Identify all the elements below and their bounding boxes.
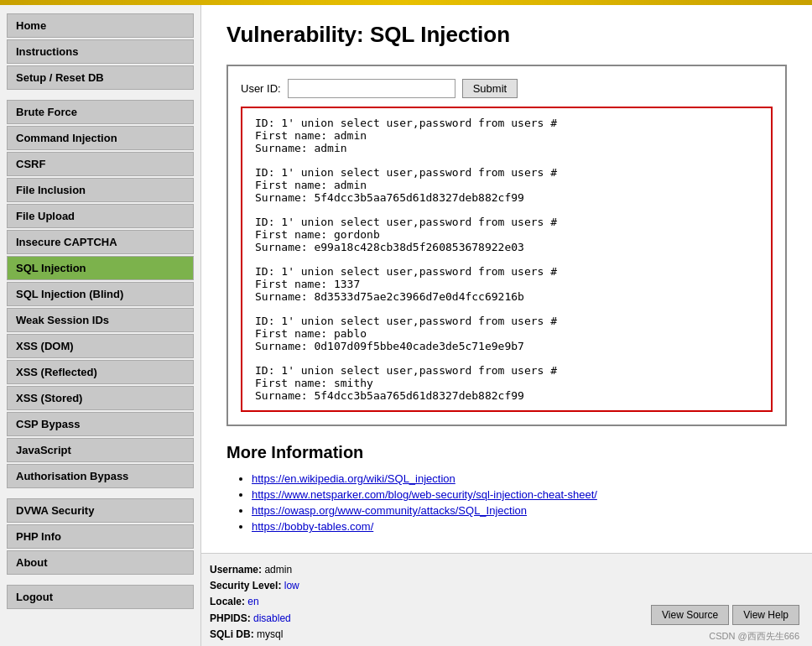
info-link[interactable]: https://owasp.org/www-community/attacks/… [252,504,527,517]
view-help-button[interactable]: View Help [732,605,799,625]
submit-button[interactable]: Submit [462,79,518,98]
sidebar-item-xss-reflected[interactable]: XSS (Reflected) [7,360,194,384]
sidebar-item-sql-injection[interactable]: SQL Injection [7,256,194,280]
sidebar-item-home[interactable]: Home [7,13,194,38]
list-item: https://en.wikipedia.org/wiki/SQL_inject… [252,472,787,485]
result-firstname-line: First name: pablo [255,327,758,340]
result-surname-line: Surname: admin [255,142,758,154]
sidebar-item-instructions[interactable]: Instructions [7,39,194,64]
results-box: ID: 1' union select user,password from u… [241,107,773,412]
result-block: ID: 1' union select user,password from u… [255,117,758,154]
result-firstname-line: First name: admin [255,179,758,191]
security-value: low [284,580,299,591]
result-surname-line: Surname: 5f4dcc3b5aa765d61d8327deb882cf9… [255,191,758,204]
sidebar-item-about[interactable]: About [7,550,194,575]
sidebar-item-brute-force[interactable]: Brute Force [7,100,194,124]
info-link[interactable]: https://bobby-tables.com/ [252,520,373,533]
more-info-title: More Information [226,443,787,462]
result-id-line: ID: 1' union select user,password from u… [255,265,758,278]
sidebar-item-xss-dom[interactable]: XSS (DOM) [7,334,194,358]
sidebar-item-javascript[interactable]: JavaScript [7,438,194,462]
username-label: Username: [210,564,262,576]
result-surname-line: Surname: 0d107d09f5bbe40cade3de5c71e9e9b… [255,340,758,352]
result-firstname-line: First name: admin [255,129,758,142]
sidebar-item-weak-session-ids[interactable]: Weak Session IDs [7,308,194,332]
view-source-button[interactable]: View Source [651,605,729,625]
info-link[interactable]: https://en.wikipedia.org/wiki/SQL_inject… [252,472,455,485]
page-title: Vulnerability: SQL Injection [226,22,787,48]
footer: Username: admin Security Level: low Loca… [201,553,812,646]
sidebar-item-dvwa-security[interactable]: DVWA Security [7,498,194,523]
result-id-line: ID: 1' union select user,password from u… [255,216,758,228]
result-id-line: ID: 1' union select user,password from u… [255,117,758,129]
result-id-line: ID: 1' union select user,password from u… [255,364,758,377]
result-surname-line: Surname: e99a18c428cb38d5f260853678922e0… [255,241,758,253]
sidebar-item-php-info[interactable]: PHP Info [7,524,194,549]
footer-right: View Source View Help CSDN @西西先生666 [651,605,799,643]
result-block: ID: 1' union select user,password from u… [255,364,758,402]
sidebar-item-insecure-captcha[interactable]: Insecure CAPTCHA [7,230,194,254]
watermark: CSDN @西西先生666 [709,630,799,643]
result-firstname-line: First name: gordonb [255,228,758,241]
sqlidb-label: SQLi DB: [210,628,254,640]
sidebar-item-csp-bypass[interactable]: CSP Bypass [7,412,194,436]
result-id-line: ID: 1' union select user,password from u… [255,166,758,179]
sidebar: Home Instructions Setup / Reset DB Brute… [0,5,201,646]
username-value: admin [264,564,292,576]
footer-left: Username: admin Security Level: low Loca… [210,562,299,643]
result-block: ID: 1' union select user,password from u… [255,216,758,253]
list-item: https://www.netsparker.com/blog/web-secu… [252,488,787,501]
info-links: https://en.wikipedia.org/wiki/SQL_inject… [226,472,787,533]
sidebar-item-authorisation-bypass[interactable]: Authorisation Bypass [7,464,194,488]
logout-button[interactable]: Logout [7,585,194,609]
main-content: Vulnerability: SQL Injection User ID: Su… [201,5,812,553]
result-surname-line: Surname: 5f4dcc3b5aa765d61d8327deb882cf9… [255,389,758,402]
sidebar-item-csrf[interactable]: CSRF [7,152,194,176]
sidebar-item-file-upload[interactable]: File Upload [7,204,194,228]
locale-value: en [247,596,258,607]
sidebar-item-file-inclusion[interactable]: File Inclusion [7,178,194,202]
user-id-input[interactable] [288,79,455,98]
result-id-line: ID: 1' union select user,password from u… [255,315,758,327]
result-block: ID: 1' union select user,password from u… [255,315,758,352]
result-firstname-line: First name: smithy [255,377,758,389]
result-block: ID: 1' union select user,password from u… [255,265,758,303]
locale-label: Locale: [210,596,245,607]
sqlidb-value: mysql [257,628,283,640]
list-item: https://bobby-tables.com/ [252,520,787,533]
phpids-label: PHPIDS: [210,612,251,624]
sidebar-item-setup-reset-db[interactable]: Setup / Reset DB [7,65,194,90]
result-firstname-line: First name: 1337 [255,278,758,290]
phpids-value: disabled [253,612,291,624]
sidebar-item-xss-stored[interactable]: XSS (Stored) [7,386,194,410]
result-surname-line: Surname: 8d3533d75ae2c3966d7e0d4fcc69216… [255,290,758,303]
input-section: User ID: Submit ID: 1' union select user… [226,65,787,426]
sidebar-item-command-injection[interactable]: Command Injection [7,126,194,150]
sidebar-item-sql-injection-blind[interactable]: SQL Injection (Blind) [7,282,194,306]
result-block: ID: 1' union select user,password from u… [255,166,758,204]
info-link[interactable]: https://www.netsparker.com/blog/web-secu… [252,488,597,501]
list-item: https://owasp.org/www-community/attacks/… [252,504,787,517]
user-id-label: User ID: [241,82,281,95]
security-label: Security Level: [210,580,281,591]
